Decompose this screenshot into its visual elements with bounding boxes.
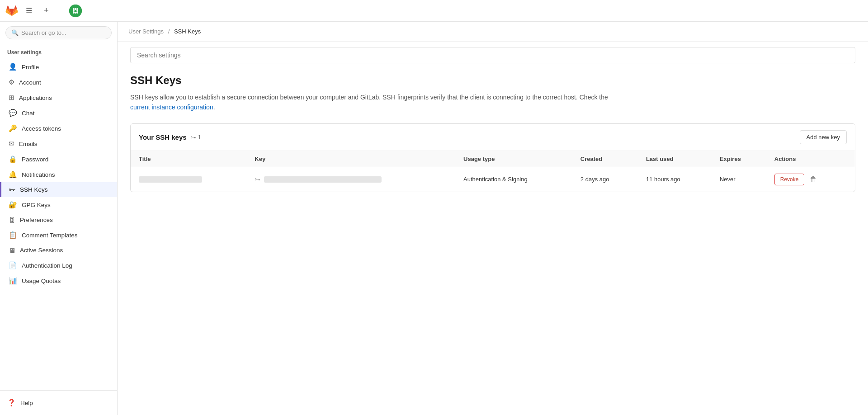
sidebar-item-authentication-log[interactable]: 📄 Authentication Log [0,258,117,273]
search-placeholder-label: Search or go to... [21,29,66,36]
svg-point-8 [76,12,78,14]
sidebar-label-gpg-keys: GPG Keys [22,202,51,208]
sidebar-item-password[interactable]: 🔒 Password [0,151,117,167]
revoke-button[interactable]: Revoke [774,174,805,185]
breadcrumb-parent-link[interactable]: User Settings [128,28,164,35]
sidebar-icon-password: 🔒 [9,155,17,163]
sidebar-item-emails[interactable]: ✉ Emails [0,136,117,151]
sidebar-icon-active-sessions: 🖥 [9,246,15,254]
page-description: SSH keys allow you to establish a secure… [130,92,627,113]
key-icon-cell: 🗝 [255,176,260,183]
sidebar-icon-chat: 💬 [9,109,17,117]
search-or-go-button[interactable]: 🔍 Search or go to... [5,26,112,39]
sidebar-section-title: User settings [0,44,117,57]
add-new-key-button[interactable]: Add new key [800,130,847,144]
keys-count-badge: 🗝 1 [190,134,201,141]
sidebar-label-usage-quotas: Usage Quotas [22,278,61,284]
svg-point-4 [75,12,76,14]
col-header-expires: Expires [712,151,766,167]
help-item[interactable]: ❓ Help [0,395,117,410]
sidebar-item-gpg-keys[interactable]: 🔐 GPG Keys [0,197,117,212]
sidebar-label-preferences: Preferences [20,217,53,223]
new-item-button[interactable]: + [40,3,53,18]
key-icon: 🗝 [190,134,196,141]
sidebar-label-comment-templates: Comment Templates [22,232,78,239]
sidebar-icon-usage-quotas: 📊 [9,277,17,285]
svg-point-7 [73,12,75,14]
svg-point-6 [76,8,78,10]
ssh-keys-box: Your SSH keys 🗝 1 Add new key TitleKeyUs… [130,123,855,192]
your-ssh-keys-label: Your SSH keys [139,133,187,141]
sidebar-item-access-tokens[interactable]: 🔑 Access tokens [0,121,117,136]
col-header-created: Created [572,151,638,167]
expires-cell: Never [712,167,766,192]
sidebar-icon-notifications: 🔔 [9,170,17,179]
svg-point-2 [76,10,78,12]
sidebar-nav: 👤 Profile ⚙ Account ⊞ Applications 💬 Cha… [0,57,117,290]
col-header-title: Title [131,151,246,167]
sidebar-icon-profile: 👤 [9,63,17,71]
sidebar-label-ssh-keys: SSH Keys [20,186,48,193]
created-cell: 2 days ago [572,167,638,192]
key-count: 1 [198,134,201,141]
sidebar-icon-preferences: 🎛 [9,216,15,224]
layout: 🔍 Search or go to... User settings 👤 Pro… [0,22,868,415]
usage-type-cell: Authentication & Signing [455,167,572,192]
sidebar-icon-ssh-keys: 🗝 [9,186,15,193]
breadcrumb-separator: / [168,28,170,35]
page-desc-text1: SSH keys allow you to establish a secure… [130,94,608,101]
sidebar-item-active-sessions[interactable]: 🖥 Active Sessions [0,243,117,258]
sidebar-label-account: Account [19,79,41,86]
table-header-row: TitleKeyUsage typeCreatedLast usedExpire… [131,151,855,167]
sidebar-label-authentication-log: Authentication Log [22,262,72,269]
table-row: 🗝 Authentication & Signing 2 days ago 11… [131,167,855,192]
sidebar-toggle-button[interactable]: ☰ [22,4,36,18]
col-header-key: Key [246,151,455,167]
sidebar: 🔍 Search or go to... User settings 👤 Pro… [0,22,118,415]
delete-button[interactable]: 🗑 [808,174,819,185]
sidebar-icon-comment-templates: 📋 [9,231,17,239]
sidebar-item-chat[interactable]: 💬 Chat [0,105,117,121]
sidebar-icon-access-tokens: 🔑 [9,124,17,132]
svg-point-0 [69,5,82,17]
help-icon: ❓ [7,399,16,407]
sidebar-item-ssh-keys[interactable]: 🗝 SSH Keys [0,182,117,197]
gitlab-logo [5,5,18,17]
search-settings-area [130,47,855,63]
sidebar-label-profile: Profile [22,64,39,71]
sidebar-label-applications: Applications [19,94,52,101]
sidebar-icon-gpg-keys: 🔐 [9,201,17,209]
sidebar-label-access-tokens: Access tokens [22,125,61,132]
help-label: Help [20,400,33,406]
sidebar-item-applications[interactable]: ⊞ Applications [0,90,117,105]
sidebar-label-password: Password [22,156,48,163]
instance-config-link[interactable]: current instance configuration [130,104,213,111]
plus-icon: + [44,6,49,15]
sidebar-item-preferences[interactable]: 🎛 Preferences [0,212,117,227]
svg-point-3 [75,8,76,10]
svg-point-1 [73,10,75,12]
col-header-usage-type: Usage type [455,151,572,167]
last-used-cell: 11 hours ago [638,167,712,192]
ssh-keys-table: TitleKeyUsage typeCreatedLast usedExpire… [131,151,855,192]
sidebar-item-comment-templates[interactable]: 📋 Comment Templates [0,227,117,243]
keys-header-left: Your SSH keys 🗝 1 [139,133,201,141]
sidebar-label-emails: Emails [19,141,38,147]
breadcrumb-current: SSH Keys [174,28,201,35]
search-icon: 🔍 [11,29,19,36]
sidebar-search-area: 🔍 Search or go to... [0,22,117,44]
main-content: User Settings / SSH Keys SSH Keys SSH ke… [118,22,868,415]
page-desc-text2: . [213,104,215,111]
sidebar-icon-emails: ✉ [9,140,14,148]
sidebar-item-usage-quotas[interactable]: 📊 Usage Quotas [0,273,117,288]
avatar[interactable] [69,5,82,17]
col-header-last-used: Last used [638,151,712,167]
table-body: 🗝 Authentication & Signing 2 days ago 11… [131,167,855,192]
sidebar-item-account[interactable]: ⚙ Account [0,75,117,90]
key-value-cell: 🗝 [246,167,455,192]
breadcrumb: User Settings / SSH Keys [118,22,868,42]
sidebar-item-profile[interactable]: 👤 Profile [0,59,117,75]
key-title-cell [131,167,246,192]
search-settings-input[interactable] [130,47,855,63]
sidebar-item-notifications[interactable]: 🔔 Notifications [0,167,117,182]
